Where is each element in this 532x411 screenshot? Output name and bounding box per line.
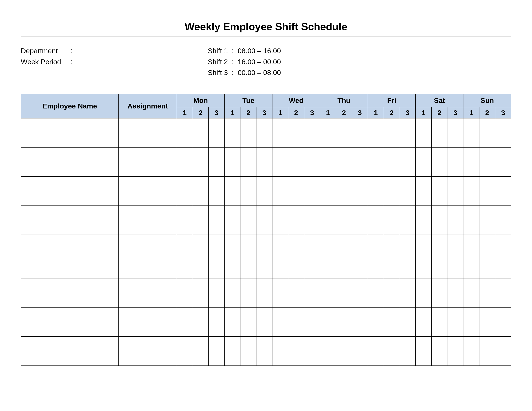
table-cell <box>224 337 240 351</box>
shift1-label: Shift 1 <box>208 47 228 55</box>
table-cell <box>431 148 447 162</box>
table-cell <box>288 220 304 235</box>
header-shift-sat-2: 2 <box>431 107 447 118</box>
table-cell <box>119 177 177 191</box>
table-cell <box>272 264 288 278</box>
table-cell <box>495 249 511 264</box>
table-cell <box>288 337 304 351</box>
table-cell <box>177 191 193 206</box>
table-row <box>21 177 511 191</box>
table-cell <box>368 293 384 307</box>
table-cell <box>304 278 320 293</box>
table-cell <box>384 264 400 278</box>
table-cell <box>272 118 288 133</box>
table-cell <box>119 249 177 264</box>
table-cell <box>288 249 304 264</box>
table-cell <box>177 235 193 249</box>
header-shift-sun-2: 2 <box>479 107 495 118</box>
info-right: Shift 1 : 08.00 – 16.00 Shift 2 : 16.00 … <box>208 45 511 78</box>
table-cell <box>209 177 225 191</box>
table-cell <box>479 177 495 191</box>
table-cell <box>336 206 352 220</box>
table-cell <box>368 191 384 206</box>
table-cell <box>256 118 272 133</box>
table-cell <box>272 220 288 235</box>
table-cell <box>119 191 177 206</box>
table-cell <box>240 118 256 133</box>
table-cell <box>495 177 511 191</box>
table-cell <box>336 118 352 133</box>
table-cell <box>479 148 495 162</box>
table-cell <box>177 351 193 366</box>
table-cell <box>384 293 400 307</box>
table-cell <box>224 235 240 249</box>
table-cell <box>240 322 256 337</box>
table-cell <box>431 133 447 148</box>
table-cell <box>352 249 368 264</box>
header-shift-mon-1: 1 <box>177 107 193 118</box>
header-shift-thu-2: 2 <box>336 107 352 118</box>
table-cell <box>288 133 304 148</box>
table-cell <box>495 264 511 278</box>
table-cell <box>21 351 119 366</box>
table-cell <box>479 191 495 206</box>
table-row <box>21 322 511 337</box>
table-cell <box>416 307 432 322</box>
table-cell <box>479 133 495 148</box>
table-cell <box>320 322 336 337</box>
table-cell <box>431 177 447 191</box>
table-cell <box>320 148 336 162</box>
table-cell <box>368 278 384 293</box>
table-cell <box>495 293 511 307</box>
table-cell <box>288 118 304 133</box>
table-cell <box>479 206 495 220</box>
table-cell <box>495 148 511 162</box>
header-shift-fri-1: 1 <box>368 107 384 118</box>
table-cell <box>272 148 288 162</box>
info-row: Department : Week Period : Shift 1 : 08.… <box>21 45 511 78</box>
table-cell <box>400 264 416 278</box>
table-cell <box>463 177 479 191</box>
table-cell <box>352 191 368 206</box>
table-row <box>21 191 511 206</box>
table-cell <box>400 118 416 133</box>
table-cell <box>256 220 272 235</box>
table-cell <box>479 220 495 235</box>
table-cell <box>384 162 400 177</box>
table-cell <box>224 351 240 366</box>
table-cell <box>224 118 240 133</box>
table-cell <box>288 235 304 249</box>
table-cell <box>304 249 320 264</box>
table-cell <box>224 264 240 278</box>
table-cell <box>272 162 288 177</box>
table-cell <box>447 307 463 322</box>
table-cell <box>495 162 511 177</box>
header-shift-wed-1: 1 <box>272 107 288 118</box>
table-cell <box>384 322 400 337</box>
table-cell <box>352 337 368 351</box>
header-employee-name: Employee Name <box>21 94 119 118</box>
table-cell <box>384 307 400 322</box>
table-cell <box>193 322 209 337</box>
table-cell <box>431 293 447 307</box>
table-cell <box>416 322 432 337</box>
table-cell <box>193 337 209 351</box>
table-cell <box>352 351 368 366</box>
header-shift-mon-2: 2 <box>193 107 209 118</box>
table-row <box>21 133 511 148</box>
table-cell <box>384 191 400 206</box>
table-row <box>21 307 511 322</box>
table-cell <box>431 351 447 366</box>
table-cell <box>240 206 256 220</box>
table-cell <box>209 118 225 133</box>
table-cell <box>320 235 336 249</box>
table-row <box>21 351 511 366</box>
table-cell <box>240 249 256 264</box>
table-cell <box>368 351 384 366</box>
table-cell <box>288 322 304 337</box>
table-cell <box>224 322 240 337</box>
table-row <box>21 148 511 162</box>
table-cell <box>495 278 511 293</box>
table-cell <box>431 206 447 220</box>
table-row <box>21 278 511 293</box>
